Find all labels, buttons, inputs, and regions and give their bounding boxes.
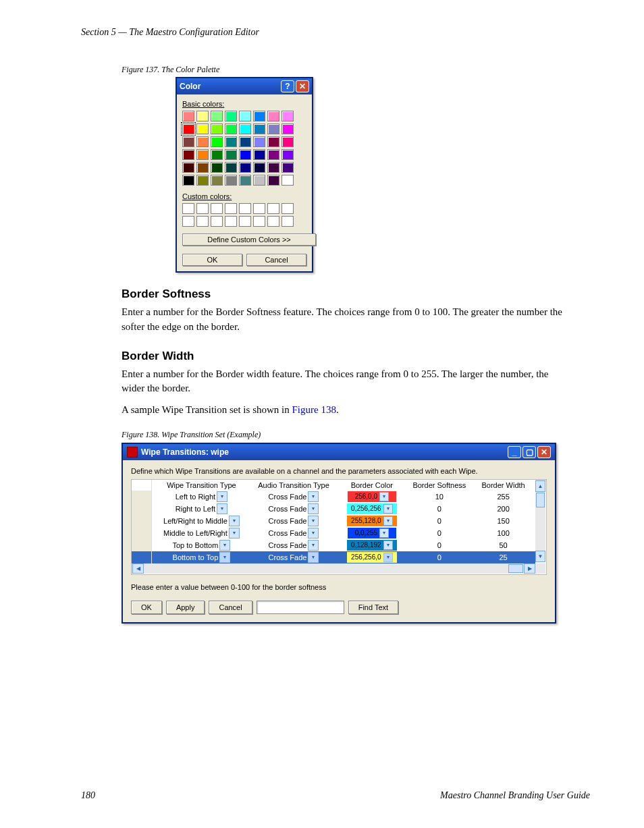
color-swatch[interactable] (225, 123, 237, 134)
dropdown-icon[interactable]: ▾ (308, 516, 319, 526)
color-swatch[interactable] (253, 149, 265, 160)
apply-button[interactable]: Apply (166, 601, 205, 614)
color-swatch[interactable] (211, 175, 223, 186)
scroll-down-icon[interactable]: ▼ (535, 551, 545, 562)
border-color-value[interactable]: 0,128,192▾ (347, 540, 397, 551)
dropdown-icon[interactable]: ▾ (308, 503, 319, 514)
col-border-width[interactable]: Border Width (471, 480, 535, 491)
dropdown-icon[interactable]: ▾ (383, 516, 393, 526)
color-swatch[interactable] (225, 136, 237, 147)
table-row[interactable]: Left/Right to Middle▾Cross Fade▾255,128,… (132, 515, 535, 527)
dropdown-icon[interactable]: ▾ (308, 540, 319, 551)
color-swatch[interactable] (182, 149, 194, 160)
custom-swatch[interactable] (225, 203, 237, 214)
color-swatch[interactable] (267, 149, 279, 160)
color-swatch[interactable] (239, 175, 251, 186)
scroll-right-icon[interactable]: ▶ (524, 563, 535, 574)
cancel-button[interactable]: Cancel (209, 601, 252, 614)
vertical-scrollbar[interactable]: ▲ ▼ (535, 480, 545, 562)
color-swatch[interactable] (267, 111, 279, 121)
ok-button[interactable]: OK (131, 601, 162, 614)
dropdown-icon[interactable]: ▾ (219, 552, 230, 563)
color-swatch[interactable] (211, 123, 223, 134)
color-swatch[interactable] (211, 111, 223, 121)
custom-swatch[interactable] (253, 216, 265, 227)
custom-swatch[interactable] (196, 216, 209, 227)
figure-138-link[interactable]: Figure 138 (292, 404, 336, 415)
border-width-value[interactable]: 255 (471, 491, 535, 503)
border-color-value[interactable]: 256,0,0▾ (348, 491, 396, 502)
dropdown-icon[interactable]: ▾ (229, 528, 240, 539)
border-width-value[interactable]: 200 (471, 503, 535, 515)
find-text-input[interactable] (257, 601, 344, 614)
border-width-value[interactable]: 25 (471, 551, 535, 563)
border-color-value[interactable]: 256,256,0▾ (347, 552, 397, 563)
border-color-value[interactable]: 0,0,255▾ (348, 528, 396, 539)
dropdown-icon[interactable]: ▾ (217, 491, 227, 502)
color-swatch[interactable] (253, 175, 265, 186)
dropdown-icon[interactable]: ▾ (379, 528, 389, 538)
color-swatch[interactable] (196, 136, 209, 147)
custom-swatch[interactable] (196, 203, 209, 214)
color-swatch[interactable] (182, 123, 194, 134)
find-text-button[interactable]: Find Text (348, 601, 398, 614)
dropdown-icon[interactable]: ▾ (383, 504, 393, 514)
color-swatch[interactable] (253, 162, 265, 173)
dropdown-icon[interactable]: ▾ (383, 553, 393, 562)
border-softness-value[interactable]: 0 (407, 527, 471, 539)
color-swatch[interactable] (225, 111, 237, 121)
color-swatch[interactable] (225, 162, 237, 173)
color-swatch[interactable] (196, 149, 209, 160)
color-swatch[interactable] (196, 175, 209, 186)
color-swatch[interactable] (281, 111, 294, 121)
custom-swatch[interactable] (267, 216, 279, 227)
maximize-button[interactable]: ▢ (522, 446, 536, 458)
custom-swatch[interactable] (253, 203, 265, 214)
color-swatch[interactable] (267, 136, 279, 147)
dropdown-icon[interactable]: ▾ (219, 540, 230, 551)
color-swatch[interactable] (267, 175, 279, 186)
color-swatch[interactable] (211, 162, 223, 173)
border-color-value[interactable]: 255,128,0▾ (347, 516, 397, 526)
border-width-value[interactable]: 50 (471, 539, 535, 551)
color-swatch[interactable] (196, 162, 209, 173)
custom-swatch[interactable] (267, 203, 279, 214)
color-swatch[interactable] (182, 136, 194, 147)
border-softness-value[interactable]: 0 (407, 503, 471, 515)
table-row[interactable]: Bottom to Top▾Cross Fade▾256,256,0▾025 (132, 551, 535, 563)
custom-swatch[interactable] (225, 216, 237, 227)
ok-button[interactable]: OK (182, 254, 242, 266)
color-swatch[interactable] (253, 123, 265, 134)
color-swatch[interactable] (281, 149, 294, 160)
dropdown-icon[interactable]: ▾ (308, 491, 319, 502)
color-dialog-titlebar[interactable]: Color ? ✕ (177, 78, 312, 94)
color-swatch[interactable] (281, 162, 294, 173)
custom-swatch[interactable] (239, 203, 251, 214)
col-wipe-type[interactable]: Wipe Transition Type (151, 480, 250, 491)
border-softness-value[interactable]: 0 (407, 515, 471, 527)
close-button[interactable]: ✕ (296, 80, 309, 92)
table-row[interactable]: Top to Bottom▾Cross Fade▾0,128,192▾050 (132, 539, 535, 551)
color-swatch[interactable] (239, 162, 251, 173)
color-swatch[interactable] (267, 123, 279, 134)
cancel-button[interactable]: Cancel (246, 254, 306, 266)
border-softness-value[interactable]: 10 (407, 491, 471, 503)
col-audio-type[interactable]: Audio Transition Type (251, 480, 336, 491)
color-swatch[interactable] (239, 123, 251, 134)
dropdown-icon[interactable]: ▾ (308, 528, 319, 539)
table-row[interactable]: Middle to Left/Right▾Cross Fade▾0,0,255▾… (132, 527, 535, 539)
color-swatch[interactable] (239, 149, 251, 160)
border-width-value[interactable]: 100 (471, 527, 535, 539)
color-swatch[interactable] (239, 136, 251, 147)
color-swatch[interactable] (253, 136, 265, 147)
custom-swatch[interactable] (281, 203, 294, 214)
border-softness-value[interactable]: 0 (407, 539, 471, 551)
define-custom-colors-button[interactable]: Define Custom Colors >> (182, 233, 316, 246)
color-swatch[interactable] (281, 136, 294, 147)
help-button[interactable]: ? (281, 80, 294, 92)
color-swatch[interactable] (182, 111, 194, 121)
scroll-left-icon[interactable]: ◀ (132, 563, 144, 574)
minimize-button[interactable]: _ (508, 446, 521, 458)
close-button[interactable]: ✕ (537, 446, 551, 458)
color-swatch[interactable] (182, 162, 194, 173)
